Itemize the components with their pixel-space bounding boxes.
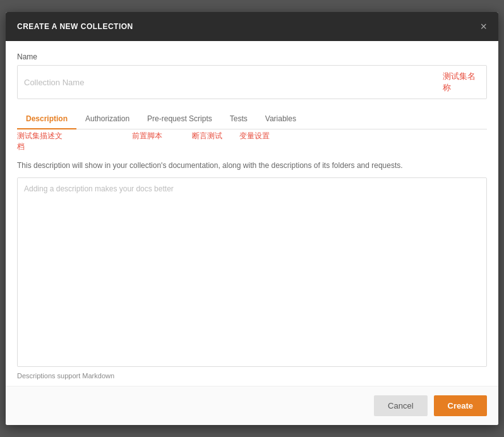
create-collection-modal: CREATE A NEW COLLECTION × Name 测试集名称 Des… xyxy=(6,12,498,425)
ann-pre-request: 前置脚本 xyxy=(132,131,189,152)
tab-description[interactable]: Description xyxy=(17,109,76,129)
tab-tests[interactable]: Tests xyxy=(221,109,256,129)
cancel-button[interactable]: Cancel xyxy=(374,395,427,416)
modal-title: CREATE A NEW COLLECTION xyxy=(17,22,133,31)
ann-variables: 变量设置 xyxy=(239,131,290,152)
description-textarea[interactable] xyxy=(17,177,487,367)
tab-annotations: 测试集描述文档 前置脚本 断言测试 变量设置 xyxy=(17,129,487,153)
tab-pre-request-scripts[interactable]: Pre-request Scripts xyxy=(138,109,221,129)
description-info-text: This description will show in your colle… xyxy=(17,160,487,171)
markdown-note: Descriptions support Markdown xyxy=(17,367,487,386)
modal-footer: Cancel Create xyxy=(6,386,498,425)
ann-authorization xyxy=(65,131,132,152)
ann-description: 测试集描述文档 xyxy=(17,131,65,152)
collection-name-value: 测试集名称 xyxy=(443,71,480,93)
name-input-wrapper: 测试集名称 xyxy=(17,65,487,99)
tab-variables[interactable]: Variables xyxy=(256,109,305,129)
name-label: Name xyxy=(17,52,487,61)
modal-body: Name 测试集名称 Description Authorization Pre… xyxy=(6,41,498,386)
tabs-container: Description Authorization Pre-request Sc… xyxy=(17,109,487,153)
modal-header: CREATE A NEW COLLECTION × xyxy=(6,12,498,41)
tab-authorization[interactable]: Authorization xyxy=(76,109,138,129)
close-button[interactable]: × xyxy=(480,21,487,32)
tab-content-description: This description will show in your colle… xyxy=(17,153,487,386)
tab-list: Description Authorization Pre-request Sc… xyxy=(17,109,487,129)
ann-tests: 断言测试 xyxy=(189,131,239,152)
collection-name-input[interactable] xyxy=(24,78,440,87)
create-button[interactable]: Create xyxy=(434,395,487,416)
